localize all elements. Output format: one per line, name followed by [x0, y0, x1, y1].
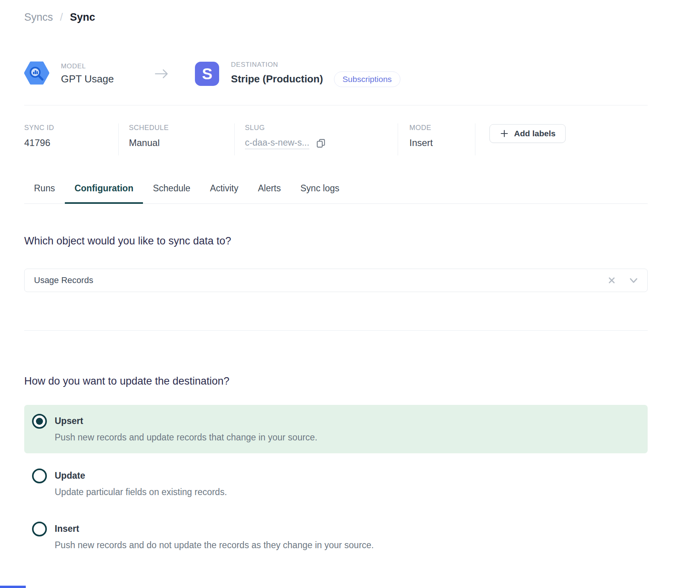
schedule-label: SCHEDULE [129, 123, 234, 132]
breadcrumb-current: Sync [70, 10, 95, 25]
arrow-right-icon [154, 68, 170, 80]
sync-id-label: SYNC ID [24, 123, 118, 132]
mode-title-insert: Insert [55, 523, 374, 535]
mode-title-upsert: Upsert [55, 415, 318, 427]
mode-description-update: Update particular fields on existing rec… [55, 486, 227, 498]
mode-option-update[interactable]: Update Update particular fields on exist… [24, 470, 648, 498]
breadcrumb-link-syncs[interactable]: Syncs [24, 10, 53, 25]
tab-schedule[interactable]: Schedule [143, 180, 200, 203]
breadcrumb-separator: / [60, 10, 63, 25]
mode-description-upsert: Push new records and update records that… [55, 431, 318, 443]
stripe-destination-icon: S [195, 62, 219, 86]
model-label: MODEL [61, 62, 114, 70]
meta-col-schedule: SCHEDULE Manual [119, 123, 235, 155]
clear-icon[interactable] [607, 276, 616, 285]
mode-option-insert[interactable]: Insert Push new records and do not updat… [24, 523, 648, 551]
subscriptions-badge[interactable]: Subscriptions [334, 71, 400, 87]
bottom-accent-bar [0, 586, 26, 588]
breadcrumb: Syncs / Sync [24, 10, 648, 25]
radio-update[interactable] [32, 469, 47, 483]
meta-col-mode: MODE Insert [398, 123, 475, 155]
model-name: GPT Usage [61, 73, 114, 85]
bigquery-model-icon [24, 61, 49, 87]
mode-label: MODE [409, 123, 475, 132]
sync-detail-page: Syncs / Sync MODEL [0, 0, 700, 588]
slug-value: c-daa-s-new-s... [245, 137, 309, 149]
object-question-heading: Which object would you like to sync data… [24, 234, 648, 248]
tab-sync-logs[interactable]: Sync logs [291, 180, 349, 203]
add-labels-button[interactable]: Add labels [489, 124, 566, 143]
sync-header: MODEL GPT Usage S DESTINATION Stripe (Pr… [24, 61, 648, 87]
mode-value: Insert [409, 137, 475, 149]
destination-name: Stripe (Production) [231, 73, 323, 85]
mode-option-upsert[interactable]: Upsert Push new records and update recor… [24, 405, 648, 453]
tabs-bar: Runs Configuration Schedule Activity Ale… [24, 180, 648, 204]
destination-entity: S DESTINATION Stripe (Production) Subscr… [195, 61, 400, 87]
tab-runs[interactable]: Runs [24, 180, 65, 203]
object-select-value: Usage Records [34, 275, 607, 285]
tab-configuration[interactable]: Configuration [65, 180, 143, 203]
tab-alerts[interactable]: Alerts [248, 180, 291, 203]
meta-col-slug: SLUG c-daa-s-new-s... [235, 123, 398, 155]
schedule-value: Manual [129, 137, 234, 149]
section-divider [24, 330, 648, 331]
destination-label: DESTINATION [231, 61, 400, 69]
tab-activity[interactable]: Activity [200, 180, 248, 203]
copy-icon[interactable] [316, 138, 327, 149]
mode-description-insert: Push new records and do not update the r… [55, 539, 374, 551]
slug-label: SLUG [245, 123, 398, 132]
radio-insert[interactable] [32, 522, 47, 536]
model-entity: MODEL GPT Usage [24, 61, 114, 87]
sync-id-value: 41796 [24, 137, 118, 149]
mode-title-update: Update [55, 470, 227, 481]
update-question-heading: How do you want to update the destinatio… [24, 374, 648, 388]
meta-col-sync-id: SYNC ID 41796 [24, 123, 119, 155]
add-labels-label: Add labels [514, 129, 555, 138]
radio-upsert[interactable] [32, 414, 47, 429]
chevron-down-icon[interactable] [629, 275, 639, 285]
object-select[interactable]: Usage Records [24, 269, 648, 292]
plus-icon [500, 129, 509, 138]
sync-metadata-row: SYNC ID 41796 SCHEDULE Manual SLUG c-daa… [24, 105, 648, 155]
